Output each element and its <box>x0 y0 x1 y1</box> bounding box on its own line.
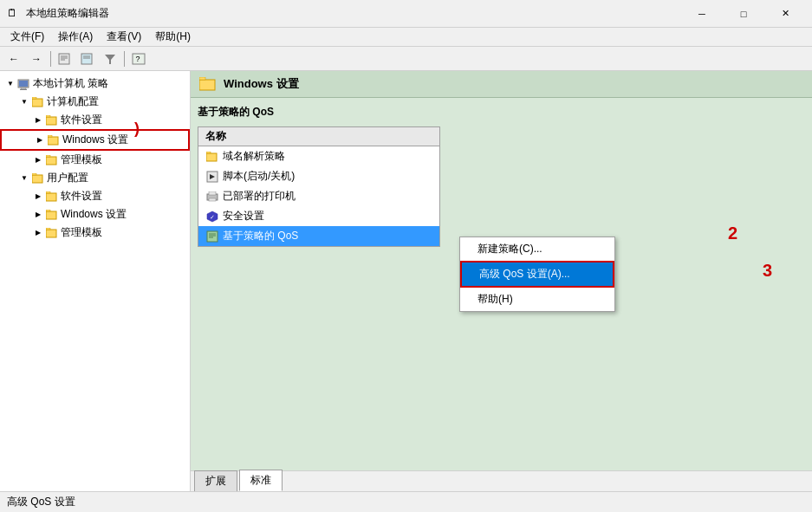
policy-icon <box>81 53 94 65</box>
file-list-item-3[interactable]: 已部署的打印机 <box>198 186 439 206</box>
item-icon-2 <box>205 170 219 184</box>
file-list-item-1[interactable]: 域名解析策略 <box>198 146 439 166</box>
help-icon: ? <box>132 53 146 65</box>
menu-action[interactable]: 操作(A) <box>51 28 100 46</box>
tree-root-label: 本地计算机 策略 <box>33 76 108 91</box>
item-icon-4: ✓ <box>205 210 219 224</box>
tree-user-config[interactable]: ▼ 用户配置 <box>0 169 190 187</box>
sw-settings-icon <box>45 113 59 127</box>
svg-rect-28 <box>46 230 56 237</box>
admin-icon <box>45 153 59 167</box>
svg-rect-21 <box>46 155 50 157</box>
annotation-3: 3 <box>763 261 772 281</box>
user-sw-label: 软件设置 <box>61 189 102 204</box>
svg-rect-26 <box>46 211 56 219</box>
user-admin-expand[interactable]: ▶ <box>31 226 45 240</box>
user-sw-expand[interactable]: ▶ <box>31 190 45 204</box>
menu-bar: 文件(F) 操作(A) 查看(V) 帮助(H) <box>0 28 812 47</box>
svg-rect-38 <box>209 198 216 201</box>
user-admin-icon <box>45 226 59 240</box>
admin-expand[interactable]: ▶ <box>31 153 45 167</box>
forward-button[interactable]: → <box>26 49 47 68</box>
svg-rect-20 <box>46 157 56 165</box>
sw-settings-expand[interactable]: ▶ <box>31 113 45 127</box>
user-win-expand[interactable]: ▶ <box>31 208 45 222</box>
svg-rect-19 <box>48 135 52 137</box>
title-bar-text: 本地组策略编辑器 <box>26 6 682 21</box>
right-header-title: Windows 设置 <box>224 76 299 92</box>
left-panel: ▼ 本地计算机 策略 ▼ 计算机配置 <box>0 71 191 491</box>
maximize-button[interactable]: □ <box>724 0 763 28</box>
svg-rect-30 <box>199 80 215 90</box>
file-list-header: 名称 <box>198 127 439 146</box>
menu-file[interactable]: 文件(F) <box>3 28 51 46</box>
toolbar-separator-1 <box>50 51 51 67</box>
user-config-expand[interactable]: ▼ <box>17 172 31 185</box>
comp-config-label: 计算机配置 <box>47 94 99 109</box>
comp-config-icon <box>31 95 45 109</box>
back-button[interactable]: ← <box>3 49 24 68</box>
toolbar-btn-1[interactable] <box>55 49 75 68</box>
item-label-5: 基于策略的 QoS <box>223 229 298 243</box>
tree-user-windows[interactable]: ▶ Windows 设置 <box>0 205 190 224</box>
item-label-2: 脚本(启动/关机) <box>223 169 295 184</box>
user-config-icon <box>31 172 45 185</box>
svg-rect-12 <box>20 89 27 90</box>
tab-standard[interactable]: 标准 <box>239 470 283 491</box>
svg-rect-29 <box>46 228 50 230</box>
svg-rect-31 <box>199 77 205 80</box>
item-icon-1 <box>205 150 219 164</box>
toolbar-btn-4[interactable]: ? <box>128 49 149 68</box>
tree-software-settings[interactable]: ▶ 软件设置 <box>0 111 190 129</box>
svg-rect-41 <box>207 231 218 242</box>
content-area: 基于策略的 QoS 名称 域名解析策略 <box>191 98 812 470</box>
context-menu-new-policy[interactable]: 新建策略(C)... <box>460 237 614 261</box>
title-bar-controls: ─ □ ✕ <box>682 0 805 28</box>
tree-computer-config[interactable]: ▼ 计算机配置 <box>0 93 190 111</box>
context-menu-help[interactable]: 帮助(H) <box>460 288 614 311</box>
file-list-item-5[interactable]: 基于策略的 QoS <box>198 226 439 246</box>
file-list-item-4[interactable]: ✓ 安全设置 <box>198 206 439 226</box>
svg-rect-25 <box>46 191 50 193</box>
tree-user-admin[interactable]: ▶ 管理模板 <box>0 224 190 242</box>
minimize-button[interactable]: ─ <box>682 0 722 28</box>
svg-rect-18 <box>48 137 58 145</box>
menu-view[interactable]: 查看(V) <box>100 28 148 46</box>
win-settings-icon <box>47 133 61 147</box>
svg-marker-7 <box>105 55 115 64</box>
win-settings-expand[interactable]: ▶ <box>33 133 47 147</box>
doc-icon <box>58 53 72 65</box>
svg-rect-22 <box>32 175 42 183</box>
status-bar: 高级 QoS 设置 <box>0 491 812 512</box>
svg-rect-24 <box>46 193 56 201</box>
win-settings-label: Windows 设置 <box>62 133 128 147</box>
comp-config-expand[interactable]: ▼ <box>17 95 31 109</box>
svg-text:?: ? <box>135 55 140 63</box>
svg-rect-14 <box>32 99 42 107</box>
svg-text:✓: ✓ <box>210 214 215 220</box>
title-bar: 🗒 本地组策略编辑器 ─ □ ✕ <box>0 0 812 28</box>
right-panel: Windows 设置 基于策略的 QoS 名称 域名解析策略 <box>191 71 812 491</box>
svg-rect-33 <box>206 152 211 153</box>
user-win-icon <box>45 208 59 222</box>
svg-rect-16 <box>46 117 56 125</box>
tree-root[interactable]: ▼ 本地计算机 策略 <box>0 75 190 93</box>
tree-user-software[interactable]: ▶ 软件设置 <box>0 187 190 205</box>
sub-header: 基于策略的 QoS <box>198 105 805 120</box>
tab-expand[interactable]: 扩展 <box>194 470 237 491</box>
context-menu-advanced-qos[interactable]: 高级 QoS 设置(A)... <box>460 261 614 288</box>
tree-windows-settings[interactable]: ▶ Windows 设置 <box>0 129 190 151</box>
root-expand-icon[interactable]: ▼ <box>3 77 17 91</box>
tree-admin-templates[interactable]: ▶ 管理模板 <box>0 151 190 169</box>
user-win-label: Windows 设置 <box>61 207 127 222</box>
close-button[interactable]: ✕ <box>765 0 805 28</box>
toolbar-separator-2 <box>124 51 125 67</box>
svg-rect-11 <box>21 87 26 89</box>
toolbar-btn-2[interactable] <box>77 49 98 68</box>
file-list: 名称 域名解析策略 <box>198 126 440 247</box>
menu-help[interactable]: 帮助(H) <box>148 28 198 46</box>
context-menu: 新建策略(C)... 高级 QoS 设置(A)... 帮助(H) <box>459 237 615 312</box>
toolbar-btn-3[interactable] <box>100 49 120 68</box>
file-list-item-2[interactable]: 脚本(启动/关机) <box>198 166 439 186</box>
user-config-label: 用户配置 <box>47 171 88 185</box>
